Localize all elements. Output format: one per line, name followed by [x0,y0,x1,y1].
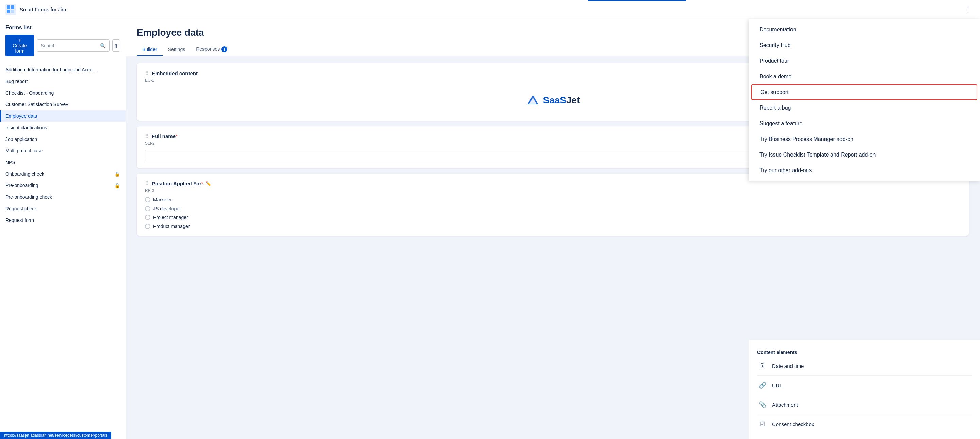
sidebar-item-label: Request check [5,206,120,212]
field-item-label: Attachment [772,402,798,408]
sidebar-item-label: Insight clarifications [5,125,120,130]
drag-handle-2[interactable]: ⠿ [145,133,149,140]
sidebar-item[interactable]: Multi project case [0,145,126,157]
dropdown-menu-item[interactable]: Try Issue Checklist Template and Report … [749,147,980,163]
radio-label: JS developer [153,206,181,212]
dropdown-menu-item[interactable]: Security Hub [749,37,980,53]
sidebar-item[interactable]: Onboarding check🔒 [0,168,126,180]
upload-icon: ⬆ [114,43,118,49]
field-panel: Content elements 🗓Date and time🔗URL📎Atta… [749,340,980,439]
sidebar-item[interactable]: Bug report [0,76,126,87]
saasjet-logo: SaaSJet [526,94,580,107]
forms-list-label: Forms list [5,24,120,31]
sidebar-item-label: Pre-onboarding [5,183,115,188]
radio-button[interactable] [145,215,150,220]
svg-rect-3 [7,10,10,13]
app-logo [5,4,16,15]
position-edit-icon[interactable]: ✏️ [205,181,211,186]
sidebar: Forms list + Create form 🔍 ⬆ Additional … [0,19,126,439]
saasjet-brand-text: SaaSJet [543,95,580,106]
search-input[interactable] [40,43,100,48]
sidebar-item-label: Bug report [5,79,120,84]
sidebar-item[interactable]: Checklist - Onboarding [0,87,126,99]
radio-label: Marketer [153,197,172,202]
sidebar-item-label: Onboarding check [5,171,115,177]
field-item-label: Consent checkbox [772,421,814,427]
progress-bar [0,0,980,1]
field-panel-items: 🗓Date and time🔗URL📎Attachment☑Consent ch… [757,356,972,434]
card-id-3: RB-3 [145,188,961,193]
sidebar-item-label: NPS [5,160,120,165]
saasjet-triangle-icon [526,94,540,107]
field-panel-item[interactable]: 🗓Date and time [757,356,972,376]
tab-responses[interactable]: Responses1 [191,44,233,56]
sidebar-item-label: Request form [5,218,120,223]
dots-icon: ⋮ [965,6,972,13]
field-item-label: URL [772,383,782,388]
svg-rect-4 [11,10,14,13]
sidebar-item[interactable]: Request form [0,215,126,226]
field-icon: 🗓 [757,360,768,371]
sidebar-item-label: Customer Satisfaction Survey [5,102,120,107]
svg-rect-1 [7,5,10,9]
dropdown-menu-item[interactable]: Suggest a feature [749,116,980,131]
tab-settings[interactable]: Settings [163,44,191,56]
sidebar-item[interactable]: Job application [0,134,126,145]
dropdown-menu-item[interactable]: Try our other add-ons [749,163,980,178]
drag-handle-3[interactable]: ⠿ [145,180,149,187]
sidebar-item[interactable]: Request check [0,203,126,215]
upload-button[interactable]: ⬆ [112,40,120,52]
app-title: Smart Forms for Jira [20,6,66,12]
drag-handle[interactable]: ⠿ [145,70,149,76]
position-title: Position Applied For [152,181,202,186]
field-icon: 📎 [757,399,768,410]
sidebar-actions: + Create form 🔍 ⬆ [5,35,120,56]
tab-builder[interactable]: Builder [137,44,163,56]
search-icon: 🔍 [100,43,106,48]
required-star-3: * [202,181,203,186]
dropdown-menu-item[interactable]: Product tour [749,53,980,69]
lock-icon: 🔒 [115,171,120,177]
dropdown-menu-item[interactable]: Get support [751,84,977,100]
search-wrapper: 🔍 [37,40,110,52]
sidebar-item[interactable]: Insight clarifications [0,122,126,134]
header-left: Smart Forms for Jira [5,4,66,15]
svg-rect-2 [11,5,14,9]
header-menu-button[interactable]: ⋮ [962,4,975,15]
dropdown-section: DocumentationSecurity HubProduct tourBoo… [749,19,980,181]
dropdown-menu-item[interactable]: Report a bug [749,100,980,116]
card-title: Embedded content [152,70,198,76]
sidebar-item[interactable]: Pre-onboarding🔒 [0,180,126,191]
sidebar-list: Additional Information for Login and Acc… [0,63,126,439]
field-panel-item[interactable]: 📎Attachment [757,395,972,415]
field-panel-item[interactable]: 🔗URL [757,376,972,395]
radio-item: Project manager [145,215,961,220]
radio-group: MarketerJS developerProject managerProdu… [145,197,961,229]
field-panel-item[interactable]: ☑Consent checkbox [757,415,972,434]
sidebar-item-label: Multi project case [5,148,120,153]
sidebar-item[interactable]: Customer Satisfaction Survey [0,99,126,110]
dropdown-menu-item[interactable]: Book a demo [749,69,980,84]
field-section-title: Content elements [757,350,972,355]
dropdown-menu-item[interactable]: Documentation [749,22,980,37]
lock-icon: 🔒 [115,183,120,188]
radio-button[interactable] [145,224,150,229]
sidebar-item[interactable]: Pre-onboarding check [0,191,126,203]
header: Smart Forms for Jira ⋮ [0,0,980,19]
position-card: ⠿ Position Applied For * ✏️ RB-3 Markete… [137,173,969,236]
status-bar: https://saasjet.atlassian.net/servicedes… [0,431,111,439]
radio-button[interactable] [145,206,150,212]
required-star: * [176,134,177,139]
sidebar-item-label: Checklist - Onboarding [5,90,120,95]
radio-item: JS developer [145,206,961,212]
field-item-label: Date and time [772,363,804,369]
create-form-button[interactable]: + Create form [5,35,34,56]
radio-button[interactable] [145,197,150,202]
radio-item: Product manager [145,224,961,229]
dropdown-menu-item[interactable]: Try Business Process Manager add-on [749,131,980,147]
sidebar-item-label: Job application [5,137,120,142]
sidebar-item[interactable]: Employee data [0,110,126,122]
sidebar-item[interactable]: NPS [0,157,126,168]
tab-badge: 1 [221,46,227,52]
sidebar-item[interactable]: Additional Information for Login and Acc… [0,64,126,76]
